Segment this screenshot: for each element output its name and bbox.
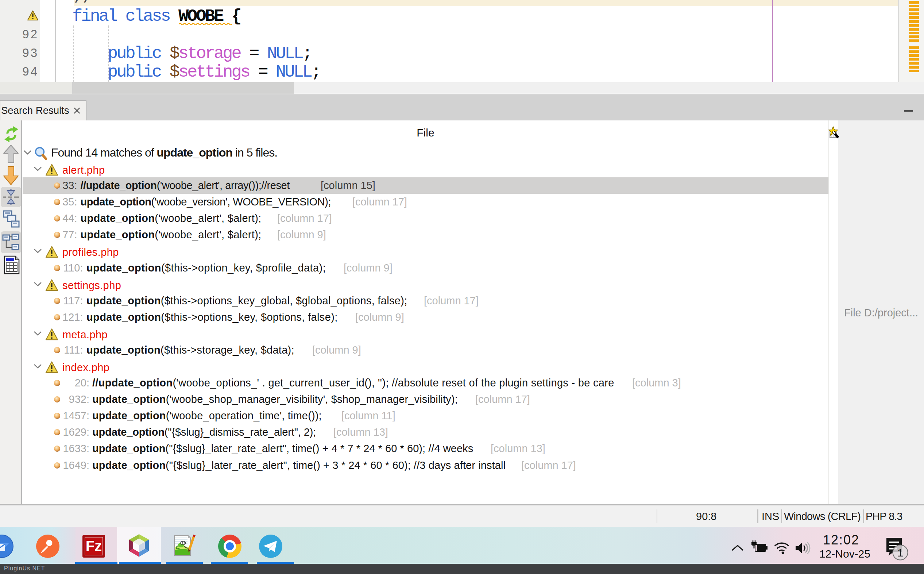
- svg-text:1: 1: [897, 547, 904, 559]
